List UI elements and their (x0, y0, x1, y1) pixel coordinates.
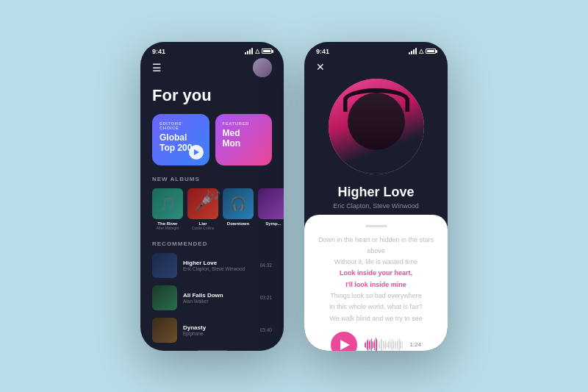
phone-player: 9:41 △ ✕ (304, 42, 448, 351)
lyric-1: Down in the heart or hidden in the stars… (318, 235, 434, 257)
wifi-icon-2: △ (419, 48, 423, 54)
lyric-7: We walk blind and we try to see (318, 313, 434, 324)
lyric-5: Things look so bad everywhere (318, 291, 434, 302)
player-controls: 1:24 (318, 324, 434, 351)
lyric-3: Look inside your heart, (318, 268, 434, 279)
lyric-2: Without it, life is wasted time (318, 257, 434, 268)
phone-browse: 9:41 △ ☰ For yo (140, 42, 284, 351)
lyrics-card: Down in the heart or hidden in the stars… (304, 215, 448, 351)
albums-row: 🎵 The River After Midnight 🎤 Liar Castle… (152, 188, 272, 230)
album-art-photo (329, 79, 424, 174)
waveform[interactable] (365, 336, 402, 351)
album-art-large (329, 79, 424, 174)
player-header: ✕ (304, 58, 448, 79)
status-icons-2: △ (409, 48, 436, 54)
status-bar-2: 9:41 △ (304, 42, 448, 58)
album-art-detail-4: 🎶 (258, 188, 284, 219)
phones-container: 9:41 △ ☰ For yo (140, 42, 448, 351)
play-button[interactable] (331, 332, 357, 351)
close-button[interactable]: ✕ (316, 61, 325, 73)
lyrics-handle (365, 225, 387, 227)
lyric-6: In this whole world, what is fair? (318, 302, 434, 313)
time-2: 9:41 (316, 48, 329, 55)
song-title: Higher Love (304, 185, 448, 200)
song-artist: Eric Clapton, Steve Winwood (304, 202, 448, 210)
time-elapsed: 1:24 (409, 341, 421, 348)
play-icon (340, 340, 350, 350)
lyric-4: I'll look inside mine (318, 279, 434, 291)
album-item-4[interactable]: 🎶 Symp... (258, 188, 284, 230)
battery-icon-2 (426, 49, 436, 54)
